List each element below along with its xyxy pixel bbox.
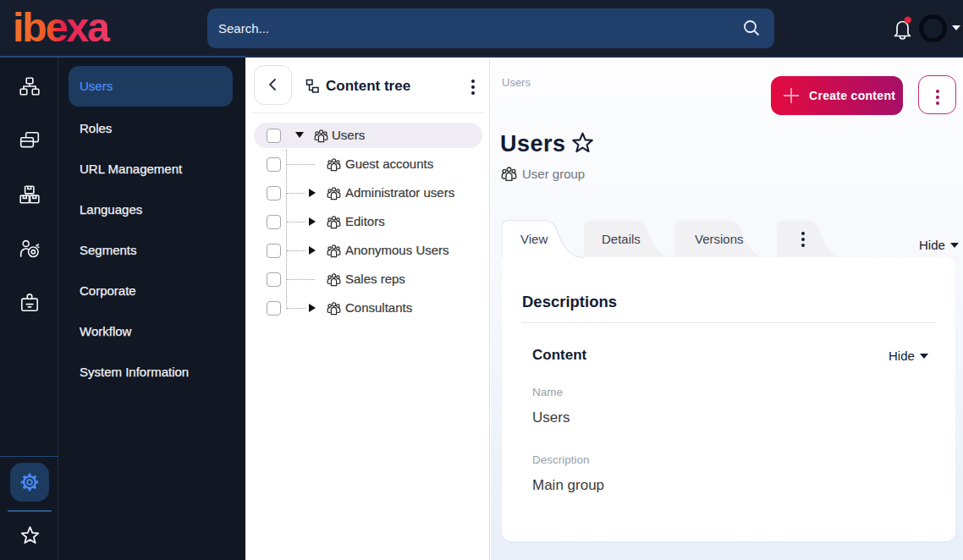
svg-text:ibexa: ibexa bbox=[14, 10, 110, 47]
